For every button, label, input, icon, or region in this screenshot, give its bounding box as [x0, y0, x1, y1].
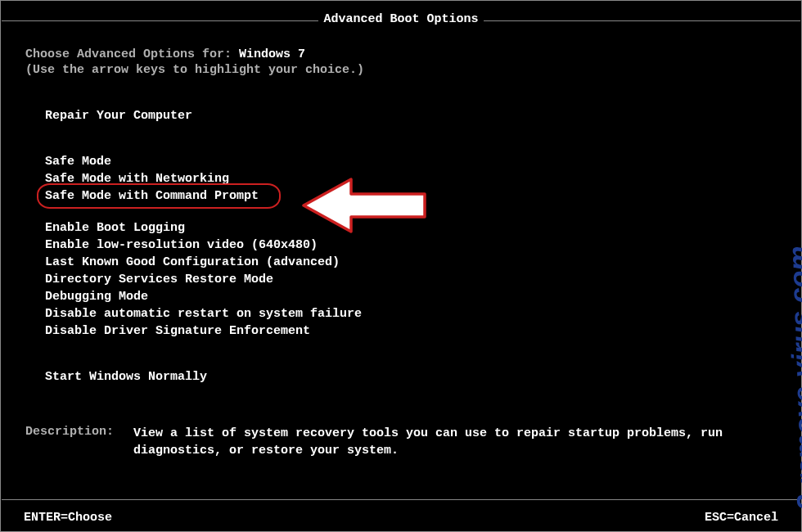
prompt-prefix: Choose Advanced Options for: [25, 47, 239, 61]
menu-item-safe-mode-networking[interactable]: Safe Mode with Networking [45, 171, 777, 187]
navigation-hint: (Use the arrow keys to highlight your ch… [25, 63, 777, 77]
footer-bar: ENTER=Choose ESC=Cancel [24, 511, 778, 525]
title-bar: Advanced Boot Options [1, 1, 801, 26]
content-area: Choose Advanced Options for: Windows 7 (… [1, 26, 801, 459]
boot-screen: Advanced Boot Options Choose Advanced Op… [0, 0, 802, 532]
menu-item-directory-services-restore[interactable]: Directory Services Restore Mode [45, 272, 777, 288]
menu-group-safemode: Safe Mode Safe Mode with Networking Safe… [45, 154, 777, 205]
menu-group-advanced: Enable Boot Logging Enable low-resolutio… [45, 220, 777, 340]
description-section: Description: View a list of system recov… [25, 425, 777, 459]
menu-item-boot-logging[interactable]: Enable Boot Logging [45, 220, 777, 237]
menu-item-debugging-mode[interactable]: Debugging Mode [45, 289, 777, 305]
menu-item-low-res-video[interactable]: Enable low-resolution video (640x480) [45, 237, 777, 254]
menu-item-disable-auto-restart[interactable]: Disable automatic restart on system fail… [45, 306, 777, 322]
menu-group-normal: Start Windows Normally [45, 369, 777, 385]
footer-divider [2, 499, 800, 500]
menu-item-last-known-good[interactable]: Last Known Good Configuration (advanced) [45, 255, 777, 271]
menu-item-disable-driver-signature[interactable]: Disable Driver Signature Enforcement [45, 323, 777, 340]
menu-item-safe-mode[interactable]: Safe Mode [45, 154, 777, 170]
page-title: Advanced Boot Options [318, 12, 483, 26]
prompt-line: Choose Advanced Options for: Windows 7 [25, 47, 777, 61]
menu-item-start-normally[interactable]: Start Windows Normally [45, 369, 777, 385]
description-label: Description: [25, 425, 133, 459]
footer-enter-hint: ENTER=Choose [24, 511, 112, 525]
menu-item-repair-computer[interactable]: Repair Your Computer [45, 108, 777, 124]
os-name: Windows 7 [239, 47, 305, 61]
menu-item-safe-mode-command-prompt[interactable]: Safe Mode with Command Prompt [45, 188, 259, 205]
footer-esc-hint: ESC=Cancel [705, 511, 778, 525]
description-text: View a list of system recovery tools you… [133, 425, 777, 459]
menu-group-repair: Repair Your Computer [45, 108, 777, 124]
